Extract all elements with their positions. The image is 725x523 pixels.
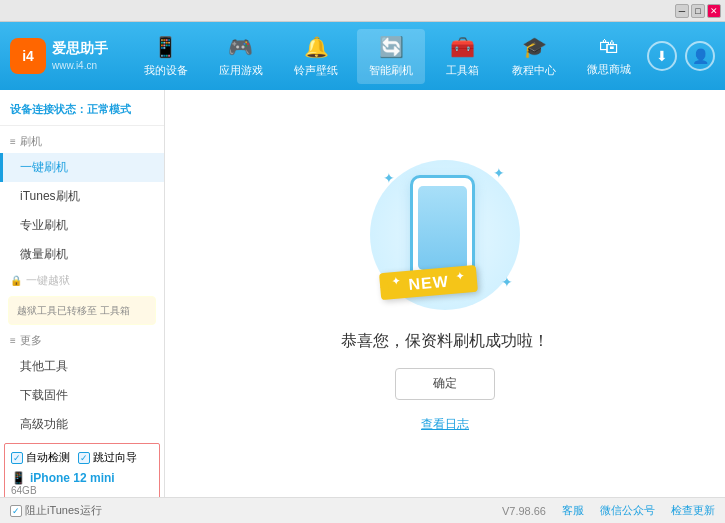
success-message: 恭喜您，保资料刷机成功啦！: [341, 331, 549, 352]
check-update-link[interactable]: 检查更新: [671, 503, 715, 518]
content-area: ✦ ✦ ✦ ✦ NEW ✦ 恭喜您，保资料刷机成功啦！ 确定 查看日志: [165, 90, 725, 497]
sparkle-icon-1: ✦: [383, 170, 395, 186]
stop-itunes-label: 阻止iTunes运行: [25, 503, 102, 518]
nav-item-smart-flash[interactable]: 🔄 智能刷机: [357, 29, 425, 84]
section-label: 一键越狱: [26, 273, 70, 288]
sparkle-icon-3: ✦: [501, 274, 513, 290]
skip-wizard-label: 跳过向导: [93, 450, 137, 465]
nav-label: 铃声壁纸: [294, 63, 338, 78]
footer: ✓ 阻止iTunes运行 V7.98.66 客服 微信公众号 检查更新: [0, 497, 725, 523]
title-bar: ─ □ ✕: [0, 0, 725, 22]
phone-screen: [418, 186, 467, 270]
device-icon: 📱: [11, 471, 26, 485]
flash-icon: 🔄: [379, 35, 404, 59]
download-button[interactable]: ⬇: [647, 41, 677, 71]
nav-item-toolbox[interactable]: 🧰 工具箱: [433, 29, 493, 84]
logo-icon: i4: [10, 38, 46, 74]
phone-illustration: ✦ ✦ ✦ ✦ NEW ✦: [365, 155, 525, 315]
tutorial-icon: 🎓: [522, 35, 547, 59]
device-name: 📱 iPhone 12 mini: [11, 471, 153, 485]
nav-label: 工具箱: [446, 63, 479, 78]
logo-text: 爱思助手 www.i4.cn: [52, 39, 108, 73]
store-icon: 🛍: [599, 35, 619, 58]
section-icon: ≡: [10, 136, 16, 147]
nav-item-tutorial[interactable]: 🎓 教程中心: [500, 29, 568, 84]
nav-bar: 📱 我的设备 🎮 应用游戏 🔔 铃声壁纸 🔄 智能刷机 🧰 工具箱 🎓 教程中心…: [128, 29, 647, 84]
auto-detect-label: 自动检测: [26, 450, 70, 465]
ringtone-icon: 🔔: [304, 35, 329, 59]
connection-status: 设备连接状态：正常模式: [0, 98, 164, 126]
main: 设备连接状态：正常模式 ≡ 刷机 一键刷机 iTunes刷机 专业刷机 微量刷机…: [0, 90, 725, 497]
nav-item-my-device[interactable]: 📱 我的设备: [132, 29, 200, 84]
more-icon: ≡: [10, 335, 16, 346]
confirm-button[interactable]: 确定: [395, 368, 495, 400]
minimize-button[interactable]: ─: [675, 4, 689, 18]
auto-detect-checkbox[interactable]: ✓ 自动检测: [11, 450, 70, 465]
skip-wizard-checkbox[interactable]: ✓ 跳过向导: [78, 450, 137, 465]
sidebar-item-download-fw[interactable]: 下载固件: [0, 381, 164, 410]
wechat-link[interactable]: 微信公众号: [600, 503, 655, 518]
section-flash: ≡ 刷机: [0, 130, 164, 153]
sidebar-bottom-panel: ✓ 自动检测 ✓ 跳过向导 📱 iPhone 12 mini 64GB Down…: [4, 443, 160, 497]
header: i4 爱思助手 www.i4.cn 📱 我的设备 🎮 应用游戏 🔔 铃声壁纸 🔄…: [0, 22, 725, 90]
sidebar-item-advanced[interactable]: 高级功能: [0, 410, 164, 439]
footer-right: V7.98.66 客服 微信公众号 检查更新: [502, 503, 715, 518]
sidebar-item-wipe-flash[interactable]: 微量刷机: [0, 240, 164, 269]
nav-label: 微思商城: [587, 62, 631, 77]
sidebar-item-pro-flash[interactable]: 专业刷机: [0, 211, 164, 240]
jailbreak-warning: 越狱工具已转移至 工具箱: [8, 296, 156, 325]
star-icon-2: ✦: [455, 270, 465, 282]
nav-item-ringtone[interactable]: 🔔 铃声壁纸: [282, 29, 350, 84]
device-storage: 64GB: [11, 485, 153, 496]
service-link[interactable]: 客服: [562, 503, 584, 518]
nav-label: 教程中心: [512, 63, 556, 78]
stop-itunes-control: ✓ 阻止iTunes运行: [10, 503, 102, 518]
checkbox-icon: ✓: [78, 452, 90, 464]
section-label: 更多: [20, 333, 42, 348]
section-label: 刷机: [20, 134, 42, 149]
nav-item-apps-games[interactable]: 🎮 应用游戏: [207, 29, 275, 84]
lock-icon: 🔒: [10, 275, 22, 286]
sparkle-icon-2: ✦: [493, 165, 505, 181]
logo: i4 爱思助手 www.i4.cn: [10, 38, 108, 74]
apps-icon: 🎮: [228, 35, 253, 59]
maximize-button[interactable]: □: [691, 4, 705, 18]
stop-itunes-checkbox[interactable]: ✓: [10, 505, 22, 517]
device-model: Down-12mini-13,1: [11, 496, 153, 497]
nav-label: 我的设备: [144, 63, 188, 78]
sidebar-item-onekey-flash[interactable]: 一键刷机: [0, 153, 164, 182]
version-text: V7.98.66: [502, 505, 546, 517]
sidebar: 设备连接状态：正常模式 ≡ 刷机 一键刷机 iTunes刷机 专业刷机 微量刷机…: [0, 90, 165, 497]
device-icon: 📱: [153, 35, 178, 59]
sidebar-item-itunes-flash[interactable]: iTunes刷机: [0, 182, 164, 211]
close-button[interactable]: ✕: [707, 4, 721, 18]
sidebar-checkboxes: ✓ 自动检测 ✓ 跳过向导: [11, 450, 153, 465]
header-right: ⬇ 👤: [647, 41, 715, 71]
user-button[interactable]: 👤: [685, 41, 715, 71]
nav-item-wechat-store[interactable]: 🛍 微思商城: [575, 29, 643, 83]
toolbox-icon: 🧰: [450, 35, 475, 59]
checkbox-icon: ✓: [11, 452, 23, 464]
sidebar-item-other-tools[interactable]: 其他工具: [0, 352, 164, 381]
nav-label: 应用游戏: [219, 63, 263, 78]
goto-log-link[interactable]: 查看日志: [421, 416, 469, 433]
star-icon: ✦: [391, 276, 401, 288]
section-more: ≡ 更多: [0, 329, 164, 352]
success-panel: ✦ ✦ ✦ ✦ NEW ✦ 恭喜您，保资料刷机成功啦！ 确定 查看日志: [341, 155, 549, 433]
nav-label: 智能刷机: [369, 63, 413, 78]
section-jailbreak: 🔒 一键越狱: [0, 269, 164, 292]
